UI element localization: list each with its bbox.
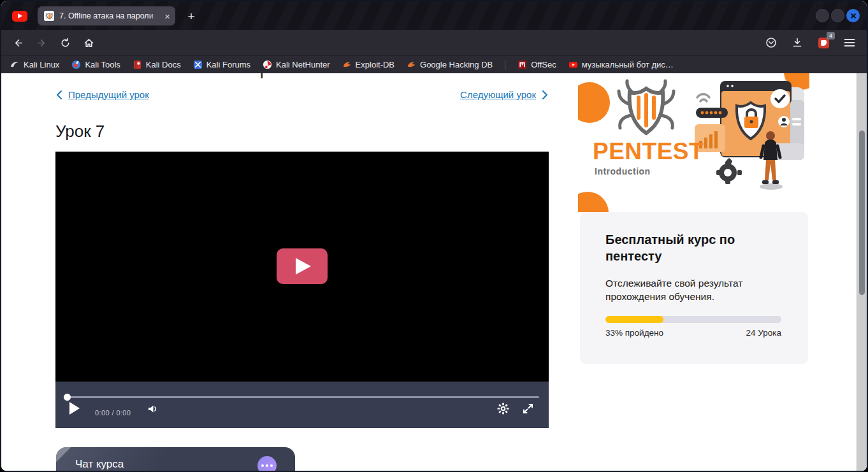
bookmark-kali-nethunter[interactable]: Kali NetHunter — [263, 60, 330, 69]
video-progress-bar[interactable] — [65, 396, 539, 398]
orange-circle-decoration — [578, 192, 609, 212]
bookmark-music-bot[interactable]: музыкальный бот дис… — [568, 60, 674, 69]
fullscreen-icon[interactable] — [522, 403, 534, 417]
progress-knob[interactable] — [64, 394, 71, 401]
clipped-heading-fragment — [261, 73, 263, 78]
video-player: 0:00 / 0:00 — [55, 152, 549, 428]
bookmark-kali-forums[interactable]: Kali Forums — [193, 60, 250, 69]
lessons-count-label: 24 Урока — [746, 328, 781, 338]
window-minimize-button[interactable] — [816, 9, 829, 22]
orange-circle-decoration — [578, 82, 610, 123]
card-title: Бесплатный курс по пентесту — [605, 232, 765, 264]
course-chat-widget[interactable]: Чат курса — [56, 447, 295, 471]
bookmark-kali-tools[interactable]: Kali Tools — [71, 60, 120, 69]
window-maximize-button[interactable] — [831, 9, 844, 22]
menu-icon[interactable] — [841, 34, 858, 51]
youtube-icon — [12, 11, 27, 22]
downloads-icon[interactable] — [789, 34, 806, 51]
extension-badge: 4 — [827, 32, 835, 39]
pentest-brand-text: PENTEST — [593, 138, 704, 165]
bookmark-offsec[interactable]: OffSec — [517, 60, 556, 69]
forward-button[interactable] — [33, 34, 50, 52]
page-scrollbar[interactable] — [857, 73, 867, 471]
chevron-right-icon — [542, 90, 549, 100]
bookmark-kali-docs[interactable]: Kali Docs — [133, 60, 181, 69]
google-hacking-db-icon — [407, 60, 416, 69]
video-controls: 0:00 / 0:00 — [55, 382, 549, 428]
chevron-left-icon — [55, 90, 62, 100]
video-screen[interactable] — [55, 152, 549, 382]
big-play-button[interactable] — [277, 248, 328, 284]
kali-docs-icon — [133, 60, 142, 69]
back-button[interactable] — [9, 34, 27, 52]
tab-favicon-icon — [44, 11, 54, 21]
reload-button[interactable] — [56, 34, 74, 52]
window-controls — [816, 9, 860, 22]
pocket-icon[interactable] — [763, 34, 779, 51]
settings-gear-icon[interactable] — [497, 403, 509, 417]
bookmark-google-hacking-db[interactable]: Google Hacking DB — [407, 60, 493, 69]
play-button[interactable] — [69, 402, 80, 415]
tab-close-icon[interactable]: × — [164, 11, 170, 21]
chat-title: Чат курса — [75, 458, 124, 471]
kali-tools-icon — [71, 60, 81, 69]
youtube-icon — [568, 60, 578, 69]
scrollbar-thumb[interactable] — [859, 131, 865, 295]
bookmark-exploit-db[interactable]: Exploit-DB — [342, 60, 394, 69]
time-display: 0:00 / 0:00 — [95, 409, 131, 417]
chat-bubble-icon[interactable] — [257, 456, 277, 471]
course-progress-bar — [605, 316, 781, 323]
kali-nethunter-icon — [263, 60, 272, 69]
pentest-brand-subtitle: Introduction — [595, 166, 651, 176]
kali-forums-icon — [193, 60, 203, 69]
adblock-extension-icon[interactable]: 4 — [815, 34, 832, 51]
lesson-navigation: Предыдущий урок Следующий урок — [55, 89, 549, 100]
new-tab-button[interactable]: + — [183, 8, 199, 25]
course-promo-banner[interactable]: PENTEST Introduction — [578, 73, 809, 212]
pentest-spider-logo-icon — [611, 78, 681, 139]
offsec-icon — [517, 60, 527, 69]
tab-title: 7. Offline атака на пароли — [59, 11, 162, 20]
window-close-button[interactable] — [846, 9, 860, 22]
next-lesson-link[interactable]: Следующий урок — [460, 89, 549, 100]
titlebar: 7. Offline атака на пароли × + — [1, 1, 867, 30]
exploit-db-icon — [342, 60, 352, 69]
page-title: Урок 7 — [55, 122, 105, 141]
security-illustration — [695, 75, 807, 202]
progress-fill — [605, 316, 663, 323]
tab-active[interactable]: 7. Offline атака на пароли × — [38, 6, 175, 25]
bookmarks-bar: Kali Linux Kali Tools Kali Docs Kali For… — [1, 55, 867, 73]
bookmarks-separator — [505, 60, 505, 70]
card-description: Отслеживайте свой результат прохождения … — [605, 276, 765, 303]
progress-percent-label: 33% пройдено — [605, 328, 663, 338]
kali-linux-icon — [10, 60, 20, 69]
page-content: Предыдущий урок Следующий урок Урок 7 0:… — [1, 73, 867, 471]
pinned-tab-youtube[interactable] — [9, 9, 31, 23]
volume-icon[interactable] — [147, 403, 159, 417]
course-progress-card: Бесплатный курс по пентесту Отслеживайте… — [580, 212, 808, 364]
prev-lesson-link[interactable]: Предыдущий урок — [55, 89, 149, 100]
nav-toolbar: https://codeby.school/training/view/urok… — [1, 30, 867, 55]
home-button[interactable] — [80, 34, 98, 52]
bookmark-kali-linux[interactable]: Kali Linux — [10, 60, 59, 69]
browser-window: 7. Offline атака на пароли × + — [0, 0, 868, 472]
